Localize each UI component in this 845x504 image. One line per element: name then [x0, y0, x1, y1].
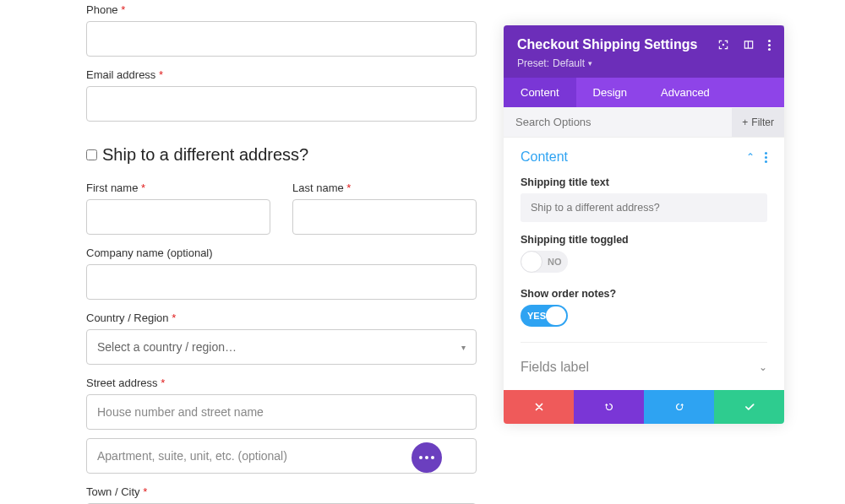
shipping-title-text-input[interactable]: [521, 193, 767, 222]
redo-icon: [673, 401, 685, 413]
tab-design[interactable]: Design: [576, 78, 644, 107]
first-name-label: First name *: [86, 182, 270, 194]
country-placeholder: Select a country / region…: [97, 340, 237, 354]
email-label: Email address *: [86, 68, 477, 81]
tab-advanced[interactable]: Advanced: [644, 78, 727, 107]
undo-icon: [603, 401, 615, 413]
town-label: Town / City *: [86, 485, 477, 498]
required-mark: *: [159, 68, 163, 81]
show-order-notes-label: Show order notes?: [521, 288, 767, 300]
section-kebab-icon[interactable]: [765, 152, 767, 163]
tab-content[interactable]: Content: [504, 78, 576, 107]
email-field[interactable]: [86, 86, 477, 122]
country-label: Country / Region *: [86, 312, 477, 324]
columns-icon[interactable]: [743, 39, 755, 51]
chevron-down-icon: ▾: [461, 343, 466, 352]
street-label: Street address *: [86, 377, 477, 389]
focus-icon[interactable]: [717, 39, 729, 51]
settings-panel: Checkout Shipping Settings Preset: Defau…: [504, 25, 784, 424]
panel-title: Checkout Shipping Settings: [517, 37, 697, 52]
phone-field[interactable]: [86, 21, 477, 57]
shipping-title-text-label: Shipping title text: [521, 176, 767, 188]
shipping-title-toggled-toggle[interactable]: NO: [521, 251, 568, 273]
phone-label: Phone *: [86, 3, 477, 16]
required-mark: *: [346, 182, 351, 194]
search-options-input[interactable]: [504, 107, 732, 137]
street-field-1[interactable]: [86, 394, 477, 430]
cancel-button[interactable]: [504, 390, 574, 424]
plus-icon: +: [742, 117, 748, 128]
first-name-field[interactable]: [86, 199, 270, 235]
collapse-content-icon[interactable]: ⌃: [746, 151, 755, 163]
module-settings-fab[interactable]: [412, 442, 442, 473]
undo-button[interactable]: [574, 390, 644, 424]
section-content-title: Content: [521, 149, 568, 165]
required-mark: *: [143, 485, 147, 498]
kebab-icon[interactable]: [768, 40, 771, 51]
ship-different-title: Ship to a different address?: [102, 145, 308, 165]
last-name-field[interactable]: [292, 199, 477, 235]
chevron-down-icon: ▾: [588, 59, 592, 68]
check-icon: [744, 401, 755, 413]
section-fields-label-title: Fields label: [521, 360, 589, 375]
required-mark: *: [172, 312, 176, 324]
close-icon: [533, 401, 545, 413]
company-label: Company name (optional): [86, 247, 477, 259]
expand-fields-label-icon[interactable]: ⌄: [759, 361, 767, 373]
last-name-label: Last name *: [292, 182, 477, 194]
filter-button[interactable]: + Filter: [732, 108, 784, 137]
required-mark: *: [121, 3, 125, 16]
shipping-title-toggled-label: Shipping title toggled: [521, 234, 767, 246]
show-order-notes-toggle[interactable]: YES: [521, 305, 568, 327]
save-button[interactable]: [714, 390, 784, 424]
ship-different-checkbox[interactable]: [86, 149, 97, 160]
svg-point-0: [722, 44, 724, 46]
redo-button[interactable]: [644, 390, 714, 424]
country-select[interactable]: Select a country / region… ▾: [86, 329, 477, 365]
required-mark: *: [141, 182, 145, 194]
required-mark: *: [161, 377, 165, 389]
preset-selector[interactable]: Preset: Default ▾: [517, 57, 771, 69]
company-field[interactable]: [86, 264, 477, 300]
